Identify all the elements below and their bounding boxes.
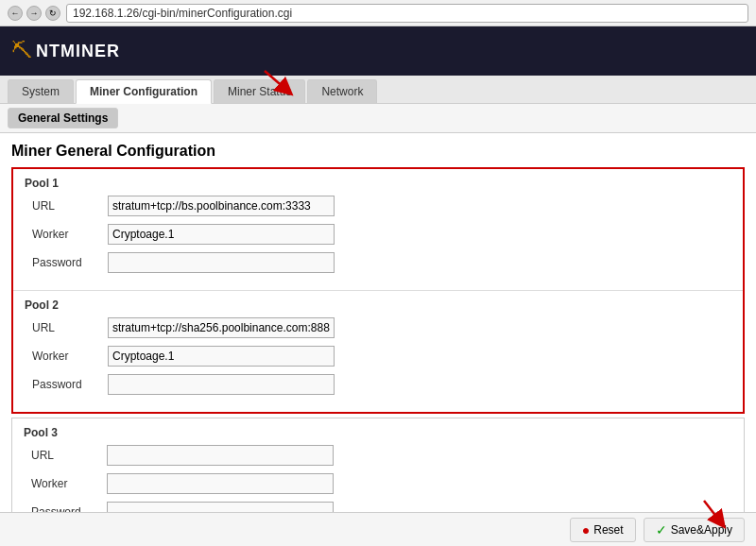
browser-nav-buttons: ← → ↻ (8, 6, 60, 21)
pools-highlighted-container: Pool 1 URL Worker Password Pool 2 (11, 167, 745, 414)
back-button[interactable]: ← (8, 6, 23, 21)
pool3-url-input[interactable] (107, 445, 334, 466)
pool1-label: Pool 1 (25, 177, 731, 190)
pool3-url-label: URL (31, 449, 107, 462)
logo-text: NTMINER (36, 42, 120, 61)
logo-icon: ⛏ (11, 39, 32, 63)
page-title: Miner General Configuration (0, 133, 756, 167)
pool2-label: Pool 2 (25, 299, 731, 312)
reset-icon: ● (582, 522, 590, 537)
page-wrapper: ← → ↻ ⛏ NTMINER System Miner Configurati… (0, 0, 756, 546)
forward-button[interactable]: → (26, 6, 42, 21)
pool1-worker-label: Worker (32, 228, 108, 241)
pool1-password-row: Password (25, 252, 731, 273)
pool3-worker-input[interactable] (107, 473, 334, 494)
tab-miner-status[interactable]: Miner Status (214, 79, 305, 103)
pool2-worker-label: Worker (32, 350, 108, 363)
refresh-button[interactable]: ↻ (45, 6, 60, 21)
pool2-worker-row: Worker (25, 346, 731, 367)
tab-miner-config[interactable]: Miner Configuration (76, 79, 212, 104)
pool1-worker-row: Worker (25, 224, 731, 245)
pool2-password-input[interactable] (108, 374, 335, 395)
pool1-url-input[interactable] (108, 196, 335, 216)
pool2-url-input[interactable] (108, 317, 335, 338)
main-content: Pool 1 URL Worker Password Pool 2 (0, 167, 756, 546)
pool1-password-label: Password (32, 256, 108, 269)
save-label: Save&Apply (671, 523, 732, 537)
pool2-password-label: Password (32, 378, 108, 391)
browser-bar: ← → ↻ (0, 0, 756, 26)
reset-button[interactable]: ● Reset (570, 518, 636, 542)
tab-system[interactable]: System (8, 79, 74, 103)
footer: ● Reset ✓ Save&Apply (0, 512, 756, 546)
pool3-worker-label: Worker (31, 477, 107, 490)
pool2-url-label: URL (32, 321, 108, 334)
pool1-worker-input[interactable] (108, 224, 335, 245)
pool3-worker-row: Worker (24, 473, 732, 494)
nav-tabs-bar: System Miner Configuration Miner Status … (0, 76, 756, 104)
sub-tabs-bar: General Settings (0, 104, 756, 133)
pool2-section: Pool 2 URL Worker Password (13, 291, 743, 412)
pool3-label: Pool 3 (24, 426, 732, 439)
sub-tab-general-settings[interactable]: General Settings (8, 108, 118, 128)
pool1-section: Pool 1 URL Worker Password (13, 169, 743, 291)
pool2-password-row: Password (25, 374, 731, 395)
pool1-url-label: URL (32, 199, 108, 213)
save-icon: ✓ (656, 522, 667, 537)
reset-label: Reset (593, 523, 623, 537)
pool2-url-row: URL (25, 317, 731, 338)
header-bar: ⛏ NTMINER (0, 26, 756, 76)
pool3-url-row: URL (24, 445, 732, 466)
url-bar[interactable] (66, 4, 748, 23)
pool1-url-row: URL (25, 196, 731, 216)
tab-network[interactable]: Network (307, 79, 377, 103)
pool1-password-input[interactable] (108, 252, 335, 273)
save-apply-button[interactable]: ✓ Save&Apply (644, 518, 745, 542)
pool2-worker-input[interactable] (108, 346, 335, 367)
